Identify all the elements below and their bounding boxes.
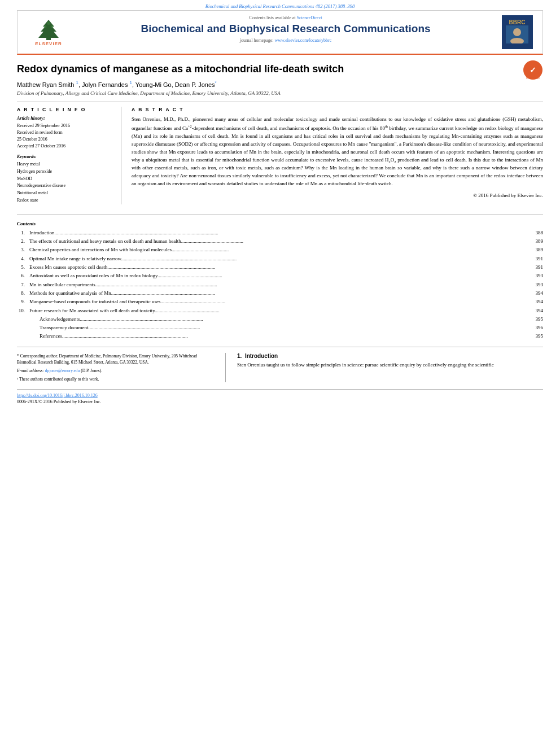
svg-text:CrossMark: CrossMark — [526, 76, 540, 80]
bbrc-logo: BBRC — [502, 15, 533, 49]
contents-item-9: 9. Manganese-based compounds for industr… — [17, 298, 543, 306]
keywords-list: Heavy metal Hydrogen peroxide MnSOD Neur… — [17, 161, 112, 204]
authors-line: Matthew Ryan Smith 1, Jolyn Fernandes 1,… — [17, 80, 543, 88]
article-title: Redox dynamics of manganese as a mitocho… — [17, 63, 543, 76]
contents-item-ref: References..............................… — [17, 332, 543, 340]
bbrc-portrait-icon — [506, 25, 528, 43]
history-received-revised: Received in revised form — [17, 129, 112, 136]
crossmark-icon: ✓ CrossMark — [523, 60, 543, 80]
contents-item-transp: Transparency document...................… — [17, 324, 543, 332]
equal-contrib-text: ¹ These authors contributed equally to t… — [17, 377, 99, 382]
email-note: (D.P. Jones). — [81, 368, 102, 373]
bbrc-logo-text: BBRC — [506, 20, 528, 25]
keyword-5: Nutritional metal — [17, 190, 112, 197]
article-content: ✓ CrossMark Redox dynamics of manganese … — [17, 55, 543, 204]
doi-bar: http://dx.doi.org/10.1016/j.bbrc.2016.10… — [17, 389, 543, 404]
journal-title-header: Biochemical and Biophysical Research Com… — [80, 23, 492, 36]
contents-item-8: 8. Methods for quantitative analysis of … — [17, 289, 543, 298]
doi-link[interactable]: http://dx.doi.org/10.1016/j.bbrc.2016.10… — [17, 393, 98, 398]
email-link[interactable]: dpjones@emory.edu — [45, 368, 80, 373]
sciencedirect-line: Contents lists available at ScienceDirec… — [80, 15, 492, 20]
contents-item-7: 7. Mn in subcellular compartments.......… — [17, 281, 543, 289]
history-label: Article history: — [17, 116, 112, 121]
history-items: Received 29 September 2016 Received in r… — [17, 123, 112, 150]
intro-text: Sten Orrenius taught us to follow simple… — [237, 361, 543, 369]
contents-item-10: 10. Future research for Mn associated wi… — [17, 307, 543, 315]
corresponding-author-footnote: * Corresponding author. Department of Me… — [17, 353, 214, 366]
abstract-col: A B S T R A C T Sten Orrenius, M.D., Ph.… — [121, 107, 543, 204]
keyword-3: MnSOD — [17, 176, 112, 183]
two-col-section: A R T I C L E I N F O Article history: R… — [17, 107, 543, 204]
contents-item-6: 6. Antioxidant as well as prooxidant rol… — [17, 272, 543, 280]
sciencedirect-link[interactable]: ScienceDirect — [297, 15, 322, 20]
keyword-1: Heavy metal — [17, 161, 112, 168]
contents-item-ack: Acknowledgements........................… — [17, 315, 543, 324]
header-left: ELSEVIER — [23, 15, 74, 49]
abstract-text: Sten Orrenius, M.D., Ph.D., pioneered ma… — [132, 116, 543, 188]
svg-point-1 — [47, 21, 50, 25]
elsevier-label: ELSEVIER — [35, 41, 62, 46]
svg-point-2 — [44, 25, 47, 28]
history-revised-date: 25 October 2016 — [17, 136, 112, 143]
keyword-2: Hydrogen peroxide — [17, 168, 112, 176]
journal-homepage-line: journal homepage: www.elsevier.com/locat… — [80, 38, 492, 43]
header-center: Contents lists available at ScienceDirec… — [74, 15, 497, 49]
page-wrapper: Biochemical and Biophysical Research Com… — [0, 0, 560, 404]
history-accepted: Accepted 27 October 2016 — [17, 143, 112, 150]
abstract-copyright: © 2016 Published by Elsevier Inc. — [132, 193, 543, 198]
title-block: ✓ CrossMark Redox dynamics of manganese … — [17, 63, 543, 76]
svg-text:✓: ✓ — [530, 65, 536, 75]
affiliation: Division of Pulmonary, Allergy and Criti… — [17, 90, 543, 96]
journal-reference: Biochemical and Biophysical Research Com… — [205, 3, 355, 9]
article-info-heading: A R T I C L E I N F O — [17, 107, 112, 112]
sciencedirect-label: Contents lists available at — [250, 15, 296, 20]
doi-url: http://dx.doi.org/10.1016/j.bbrc.2016.10… — [17, 393, 543, 398]
elsevier-logo: ELSEVIER — [29, 17, 68, 48]
contents-item-1: 1. Introduction.........................… — [17, 229, 543, 237]
svg-point-3 — [51, 25, 54, 28]
email-label: E-mail address: — [17, 368, 45, 373]
header-right: BBRC — [497, 15, 537, 49]
keyword-6: Redox state — [17, 197, 112, 204]
contents-list: 1. Introduction.........................… — [17, 229, 543, 341]
article-info-col: A R T I C L E I N F O Article history: R… — [17, 107, 121, 204]
elsevier-tree-icon — [35, 19, 62, 41]
bottom-section: * Corresponding author. Department of Me… — [17, 353, 543, 383]
contents-item-3: 3. Chemical properties and interactions … — [17, 246, 543, 254]
doi-issn: 0006-291X/© 2016 Published by Elsevier I… — [17, 399, 543, 404]
contents-section: Contents 1. Introduction................… — [17, 215, 543, 347]
equal-contrib-footnote: ¹ These authors contributed equally to t… — [17, 376, 214, 383]
homepage-link[interactable]: www.elsevier.com/locate/ybbrc — [274, 38, 331, 43]
divider-1 — [17, 102, 543, 102]
intro-title: Introduction — [245, 353, 278, 359]
footnote-star: * Corresponding author. Department of Me… — [17, 353, 197, 365]
keywords-label: Keywords: — [17, 154, 112, 159]
intro-section-title: 1. Introduction — [237, 353, 543, 359]
email-footnote: E-mail address: dpjones@emory.edu (D.P. … — [17, 368, 214, 374]
intro-number: 1. — [237, 353, 242, 359]
keyword-4: Neurodegenerative disease — [17, 182, 112, 190]
introduction-col: 1. Introduction Sten Orrenius taught us … — [226, 353, 543, 383]
contents-item-4: 4. Optimal Mn intake range is relatively… — [17, 255, 543, 263]
svg-point-5 — [513, 28, 521, 36]
contents-item-2: 2. The effects of nutritional and heavy … — [17, 237, 543, 246]
abstract-heading: A B S T R A C T — [132, 107, 543, 112]
journal-ref-bar: Biochemical and Biophysical Research Com… — [0, 0, 560, 10]
footnotes-col: * Corresponding author. Department of Me… — [17, 353, 226, 383]
contents-item-5: 5. Excess Mn causes apoptotic cell death… — [17, 263, 543, 272]
homepage-label: journal homepage: — [240, 38, 274, 43]
contents-title: Contents — [17, 221, 543, 226]
history-received: Received 29 September 2016 — [17, 123, 112, 129]
journal-header: ELSEVIER Contents lists available at Sci… — [17, 10, 543, 55]
